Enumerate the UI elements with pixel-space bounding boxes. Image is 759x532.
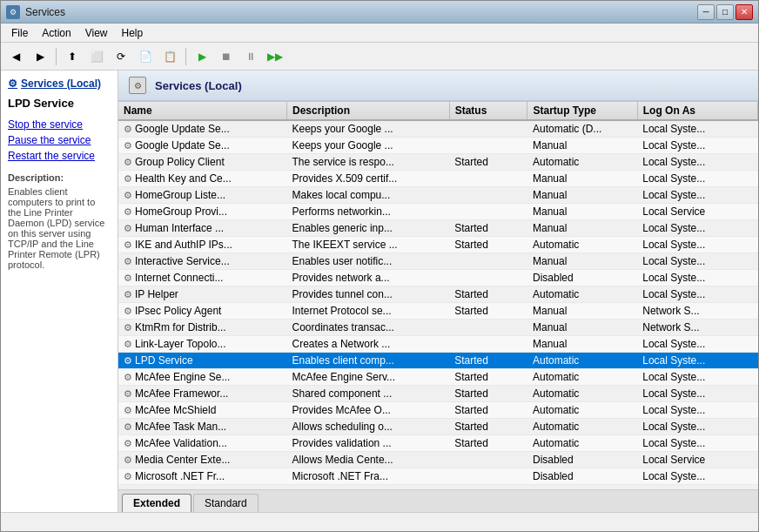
service-status-cell — [449, 120, 527, 138]
right-header: ⚙ Services (Local) — [118, 71, 758, 102]
service-status-cell: Started — [449, 286, 527, 303]
service-icon: ⚙ — [124, 306, 132, 316]
service-logon-cell: Local Syste... — [637, 220, 757, 237]
table-row[interactable]: ⚙McAfee McShieldProvides McAfee O...Star… — [118, 402, 758, 419]
service-name-text: Media Center Exte... — [135, 454, 230, 466]
pause-service-link[interactable]: Pause the service — [8, 132, 111, 148]
table-row[interactable]: ⚙KtmRm for Distrib...Coordinates transac… — [118, 320, 758, 336]
table-row[interactable]: ⚙HomeGroup Provi...Performs networkin...… — [118, 204, 758, 220]
service-startup-cell: Disabled — [527, 468, 637, 485]
service-logon-cell: Local Syste... — [637, 435, 757, 452]
table-row[interactable]: ⚙Google Update Se...Keeps your Google ..… — [118, 138, 758, 154]
service-desc-cell: Provides tunnel con... — [287, 286, 450, 303]
properties-button[interactable]: 📋 — [158, 46, 181, 67]
services-table-container[interactable]: Name Description Status Startup Type Log… — [118, 102, 758, 489]
service-logon-cell: Network S... — [637, 320, 757, 336]
service-startup-cell: Automatic — [527, 402, 637, 419]
left-panel-header[interactable]: ⚙ Services (Local) — [8, 77, 111, 90]
restart-button[interactable]: ▶▶ — [264, 46, 286, 67]
toolbar-separator-1 — [56, 48, 57, 65]
service-name-text: IKE and AuthIP IPs... — [135, 239, 232, 251]
service-status-cell: Started — [449, 303, 527, 320]
restart-service-link[interactable]: Restart the service — [8, 148, 111, 164]
close-button[interactable]: ✕ — [735, 4, 753, 20]
service-desc-cell: Enables generic inp... — [287, 220, 450, 237]
service-status-cell — [449, 452, 527, 468]
service-icon: ⚙ — [124, 273, 132, 283]
service-description: Description: Enables client computers to… — [8, 172, 111, 270]
service-name-cell: ⚙McAfee Engine Se... — [118, 369, 287, 386]
stop-service-link[interactable]: Stop the service — [8, 117, 111, 132]
menu-help[interactable]: Help — [115, 25, 151, 41]
col-header-status[interactable]: Status — [449, 102, 527, 120]
pause-button[interactable]: ⏸ — [239, 46, 262, 67]
service-icon: ⚙ — [124, 157, 132, 167]
service-desc-cell: The service is respo... — [287, 154, 450, 171]
col-header-startup[interactable]: Startup Type — [527, 102, 637, 120]
stop-button[interactable]: ⏹ — [215, 46, 238, 67]
service-startup-cell: Disabled — [527, 452, 637, 468]
table-row[interactable]: ⚙Google Update Se...Keeps your Google ..… — [118, 120, 758, 138]
service-logon-cell: Local Syste... — [637, 369, 757, 386]
service-status-cell: Started — [449, 220, 527, 237]
menu-view[interactable]: View — [78, 25, 115, 41]
menu-file[interactable]: File — [4, 25, 35, 41]
table-row[interactable]: ⚙McAfee Validation...Provides validation… — [118, 435, 758, 452]
table-row[interactable]: ⚙McAfee Task Man...Allows scheduling o..… — [118, 419, 758, 435]
service-name-cell: ⚙Internet Connecti... — [118, 270, 287, 286]
tab-extended[interactable]: Extended — [122, 494, 191, 512]
table-row[interactable]: ⚙McAfee Framewor...Shared component ...S… — [118, 386, 758, 402]
table-row[interactable]: ⚙Microsoft .NET Fr...Microsoft .NET Fra.… — [118, 468, 758, 485]
table-row[interactable]: ⚙HomeGroup Liste...Makes local compu...M… — [118, 187, 758, 204]
up-button[interactable]: ⬆ — [61, 46, 84, 67]
col-header-logon[interactable]: Log On As — [637, 102, 757, 120]
service-icon: ⚙ — [124, 421, 132, 432]
service-startup-cell: Automatic — [527, 386, 637, 402]
service-name-cell: ⚙Google Update Se... — [118, 120, 287, 138]
forward-button[interactable]: ▶ — [29, 46, 51, 67]
table-row[interactable]: ⚙Health Key and Ce...Provides X.509 cert… — [118, 171, 758, 187]
maximize-button[interactable]: □ — [716, 4, 734, 20]
export-button[interactable]: 📄 — [134, 46, 157, 67]
service-desc-cell: Provides network a... — [287, 270, 450, 286]
service-logon-cell: Local Service — [637, 452, 757, 468]
service-name-text: Microsoft .NET Fr... — [135, 470, 225, 482]
table-row[interactable]: ⚙Link-Layer Topolo...Creates a Network .… — [118, 336, 758, 353]
service-name-text: HomeGroup Liste... — [135, 189, 225, 201]
table-row[interactable]: ⚙IKE and AuthIP IPs...The IKEEXT service… — [118, 237, 758, 253]
table-row[interactable]: ⚙Media Center Exte...Allows Media Cente.… — [118, 452, 758, 468]
back-button[interactable]: ◀ — [4, 46, 27, 67]
service-name-text: LPD Service — [135, 354, 193, 367]
menu-action[interactable]: Action — [35, 25, 77, 41]
col-header-description[interactable]: Description — [287, 102, 450, 120]
service-startup-cell: Automatic — [527, 154, 637, 171]
play-button[interactable]: ▶ — [191, 46, 213, 67]
service-logon-cell: Local Syste... — [637, 154, 757, 171]
main-content: ⚙ Services (Local) LPD Service Stop the … — [1, 71, 758, 512]
table-row[interactable]: ⚙Group Policy ClientThe service is respo… — [118, 154, 758, 171]
table-row[interactable]: ⚙Internet Connecti...Provides network a.… — [118, 270, 758, 286]
table-row[interactable]: ⚙IPsec Policy AgentInternet Protocol se.… — [118, 303, 758, 320]
minimize-button[interactable]: ─ — [697, 4, 715, 20]
service-icon: ⚙ — [124, 124, 132, 134]
service-icon: ⚙ — [124, 372, 132, 382]
service-startup-cell: Automatic (D... — [527, 120, 637, 138]
refresh-button[interactable]: ⟳ — [110, 46, 132, 67]
table-row[interactable]: ⚙McAfee Engine Se...McAfee Engine Serv..… — [118, 369, 758, 386]
show-hide-button[interactable]: ⬜ — [85, 46, 108, 67]
tab-standard[interactable]: Standard — [193, 494, 259, 512]
table-row[interactable]: ⚙IP HelperProvides tunnel con...StartedA… — [118, 286, 758, 303]
service-icon: ⚙ — [124, 140, 132, 151]
service-name-text: Google Update Se... — [135, 139, 230, 152]
service-desc-cell: Makes local compu... — [287, 187, 450, 204]
col-header-name[interactable]: Name — [118, 102, 287, 120]
right-panel: ⚙ Services (Local) Name Description Stat… — [118, 71, 758, 512]
service-name-text: McAfee Validation... — [135, 437, 227, 449]
service-icon: ⚙ — [124, 322, 132, 333]
description-label: Description: — [8, 172, 111, 183]
table-row[interactable]: ⚙Interactive Service...Enables user noti… — [118, 253, 758, 270]
table-row[interactable]: ⚙Human Interface ...Enables generic inp.… — [118, 220, 758, 237]
service-desc-cell: Allows scheduling o... — [287, 419, 450, 435]
table-row[interactable]: ⚙LPD ServiceEnables client comp...Starte… — [118, 353, 758, 369]
service-name-cell: ⚙Interactive Service... — [118, 253, 287, 270]
